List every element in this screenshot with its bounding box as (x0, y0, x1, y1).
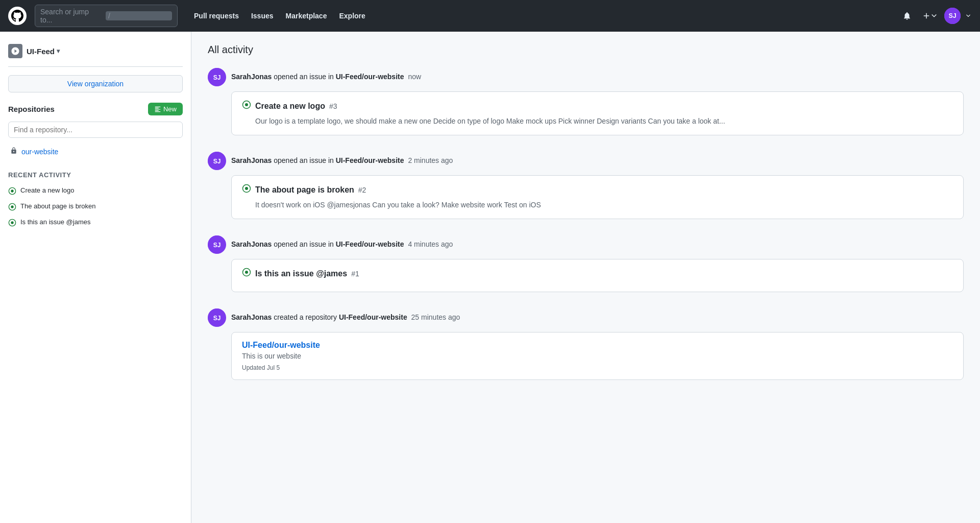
issue-card-title: Is this an issue @james #1 (242, 268, 953, 279)
recent-activity-title: Recent activity (8, 171, 183, 179)
notifications-button[interactable] (899, 8, 915, 23)
list-item: The about page is broken (8, 200, 183, 216)
repo-reference: UI-Feed/our-website (336, 156, 404, 164)
svg-point-19 (245, 271, 248, 274)
issue-body: It doesn't work on iOS @jamesjonas Can y… (255, 200, 953, 210)
svg-point-5 (11, 205, 13, 208)
event-time: 2 minutes ago (408, 156, 453, 164)
issue-number: #2 (358, 186, 366, 194)
new-repository-button[interactable]: New (148, 103, 183, 115)
nav-explore[interactable]: Explore (335, 9, 369, 23)
search-placeholder: Search or jump to... (40, 8, 102, 24)
repo-reference: UI-Feed/our-website (336, 73, 404, 81)
issue-card: Create a new logo #3 Our logo is a templ… (231, 91, 964, 135)
issue-title: Create a new logo (255, 102, 325, 111)
list-item: Create a new logo (8, 184, 183, 200)
feed-event-description: SarahJonas opened an issue in UI-Feed/ou… (231, 156, 453, 166)
issue-open-icon (8, 187, 16, 197)
svg-text:SJ: SJ (213, 315, 221, 322)
recent-activity-item-text: The about page is broken (20, 202, 95, 210)
org-name[interactable]: UI-Feed ▾ (27, 47, 60, 56)
event-time: 25 minutes ago (411, 313, 460, 321)
org-icon (8, 44, 22, 58)
svg-text:SJ: SJ (213, 74, 221, 81)
event-time: 4 minutes ago (408, 240, 453, 248)
issue-number: #1 (351, 270, 359, 278)
list-item: our-website (8, 144, 183, 159)
svg-text:SJ: SJ (213, 242, 221, 249)
nav-issues[interactable]: Issues (247, 9, 278, 23)
action-text: created a repository (274, 313, 339, 321)
avatar-chevron[interactable] (965, 12, 972, 19)
sidebar: UI-Feed ▾ View organization Repositories… (0, 32, 191, 523)
issue-card: The about page is broken #2 It doesn't w… (231, 175, 964, 219)
navbar: Search or jump to... / Pull requests Iss… (0, 0, 980, 32)
issue-card-title: Create a new logo #3 (242, 100, 953, 112)
create-button[interactable] (919, 8, 940, 23)
org-header: UI-Feed ▾ (8, 44, 183, 67)
list-item: Is this an issue @james (8, 216, 183, 231)
github-logo[interactable] (8, 7, 27, 25)
user-avatar[interactable]: SJ (944, 8, 961, 24)
page-layout: UI-Feed ▾ View organization Repositories… (0, 32, 980, 523)
avatar: SJ (208, 68, 226, 86)
lock-icon (10, 147, 17, 156)
recent-activity-section: Recent activity Create a new logo The ab… (8, 171, 183, 231)
avatar: SJ (208, 308, 226, 327)
svg-point-7 (11, 221, 13, 224)
repo-card-description: This is our website (242, 352, 953, 360)
issue-number: #3 (329, 102, 337, 110)
svg-text:SJ: SJ (213, 158, 221, 165)
repositories-title: Repositories (8, 105, 55, 113)
feed-event-header: SJ SarahJonas opened an issue in UI-Feed… (208, 152, 964, 170)
new-button-label: New (163, 105, 177, 113)
repository-link[interactable]: our-website (21, 148, 58, 156)
svg-text:SJ: SJ (948, 12, 956, 19)
feed-event-description: SarahJonas created a repository UI-Feed/… (231, 313, 460, 323)
action-text: opened an issue in (274, 156, 335, 164)
repo-card-title: UI-Feed/our-website (242, 341, 953, 350)
issue-status-icon (242, 100, 251, 112)
issue-card-title: The about page is broken #2 (242, 184, 953, 196)
global-search[interactable]: Search or jump to... / (35, 5, 178, 27)
actor-name: SarahJonas (231, 156, 272, 164)
main-content: All activity SJ SarahJonas opened an iss… (191, 32, 980, 523)
find-repository-input[interactable] (8, 122, 183, 138)
feed-event-description: SarahJonas opened an issue in UI-Feed/ou… (231, 72, 421, 82)
issue-title: The about page is broken (255, 185, 354, 195)
recent-activity-list: Create a new logo The about page is brok… (8, 184, 183, 231)
actor-name: SarahJonas (231, 313, 272, 321)
avatar: SJ (208, 152, 226, 170)
issue-status-icon (242, 268, 251, 279)
feed-event-header: SJ SarahJonas opened an issue in UI-Feed… (208, 68, 964, 86)
feed-event: SJ SarahJonas created a repository UI-Fe… (208, 308, 964, 380)
action-text: opened an issue in (274, 240, 335, 248)
issue-status-icon (242, 184, 251, 196)
actor-name: SarahJonas (231, 73, 272, 81)
issue-card: Is this an issue @james #1 (231, 259, 964, 292)
feed-event: SJ SarahJonas opened an issue in UI-Feed… (208, 68, 964, 135)
repo-reference: UI-Feed/our-website (339, 313, 407, 321)
org-chevron: ▾ (57, 47, 60, 55)
repository-list: our-website (8, 144, 183, 159)
nav-pull-requests[interactable]: Pull requests (190, 9, 243, 23)
feed-event-header: SJ SarahJonas opened an issue in UI-Feed… (208, 235, 964, 254)
navbar-right: SJ (899, 8, 972, 24)
activity-feed: SJ SarahJonas opened an issue in UI-Feed… (208, 68, 964, 380)
svg-point-15 (245, 187, 248, 190)
page-title: All activity (208, 44, 964, 56)
feed-event: SJ SarahJonas opened an issue in UI-Feed… (208, 235, 964, 292)
feed-event: SJ SarahJonas opened an issue in UI-Feed… (208, 152, 964, 219)
feed-event-description: SarahJonas opened an issue in UI-Feed/ou… (231, 240, 453, 250)
issue-open-icon (8, 203, 16, 213)
nav-links: Pull requests Issues Marketplace Explore (190, 9, 370, 23)
nav-marketplace[interactable]: Marketplace (282, 9, 331, 23)
action-text: opened an issue in (274, 73, 335, 81)
recent-activity-item-text: Is this an issue @james (20, 218, 90, 226)
issue-title: Is this an issue @james (255, 269, 347, 278)
avatar: SJ (208, 235, 226, 254)
view-organization-button[interactable]: View organization (8, 75, 183, 92)
issue-open-icon (8, 219, 16, 229)
svg-point-11 (245, 103, 248, 106)
repositories-section-header: Repositories New (8, 103, 183, 115)
